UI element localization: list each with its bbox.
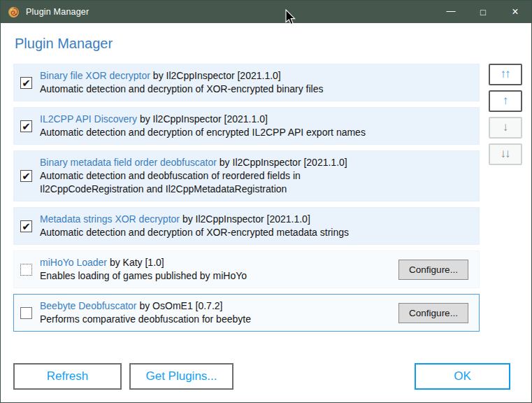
plugin-name: Binary file XOR decryptor bbox=[40, 70, 150, 81]
window-titlebar: Plugin Manager — □ × bbox=[1, 1, 531, 23]
plugin-title-line: Beebyte Deobfuscator by OsOmE1 [0.7.2] bbox=[40, 299, 390, 313]
plugin-description: Performs comparative deobfuscation for b… bbox=[40, 313, 390, 326]
move-down-button: ↓ bbox=[489, 117, 522, 139]
configure-button[interactable]: Configure... bbox=[398, 260, 468, 280]
plugin-byline: by OsOmE1 [0.7.2] bbox=[139, 300, 222, 311]
plugin-row-binary-file-xor-decryptor[interactable]: ✔ Binary file XOR decryptor by Il2CppIns… bbox=[13, 64, 480, 101]
check-icon: ✔ bbox=[22, 171, 31, 181]
plugin-description: Automatic detection and decryption of XO… bbox=[40, 226, 472, 239]
plugin-title-line: miHoYo Loader by Katy [1.0] bbox=[40, 256, 390, 269]
plugin-name: miHoYo Loader bbox=[40, 257, 107, 268]
check-icon: ✔ bbox=[22, 221, 31, 232]
plugin-byline: by Il2CppInspector [2021.1.0] bbox=[182, 213, 310, 225]
double-down-arrow-icon: ↓↓ bbox=[501, 148, 510, 160]
close-icon: × bbox=[512, 6, 518, 18]
down-arrow-icon: ↓ bbox=[503, 121, 509, 133]
plugin-manager-window: Plugin Manager — □ × Plugin Manager ✔ Bi… bbox=[0, 0, 532, 403]
get-plugins-button[interactable]: Get Plugins... bbox=[129, 363, 233, 390]
plugin-description: Automatic detection and decryption of XO… bbox=[40, 83, 472, 96]
plugin-checkbox[interactable] bbox=[20, 264, 32, 276]
plugin-name: Beebyte Deobfuscator bbox=[40, 300, 137, 311]
plugin-row-il2cpp-api-discovery[interactable]: ✔ IL2CPP API Discovery by Il2CppInspecto… bbox=[13, 107, 480, 145]
move-to-bottom-button: ↓↓ bbox=[489, 143, 522, 165]
page-title: Plugin Manager bbox=[15, 36, 522, 52]
reorder-controls: ↑↑ ↑ ↓ ↓↓ bbox=[489, 64, 522, 165]
plugin-row-binary-metadata-field-order-deobfuscator[interactable]: ✔ Binary metadata field order deobfuscat… bbox=[13, 150, 480, 202]
plugin-name: Binary metadata field order deobfuscator bbox=[40, 157, 217, 168]
app-icon bbox=[8, 6, 20, 18]
up-arrow-icon: ↑ bbox=[503, 94, 509, 106]
plugin-byline: by Katy [1.0] bbox=[110, 257, 164, 268]
plugin-title-line: Binary metadata field order deobfuscator… bbox=[40, 156, 472, 169]
plugin-byline: by Il2CppInspector [2021.1.0] bbox=[153, 70, 281, 81]
plugin-name: Metadata strings XOR decryptor bbox=[40, 213, 180, 225]
footer-bar: Refresh Get Plugins... OK bbox=[13, 363, 522, 390]
ok-button[interactable]: OK bbox=[415, 363, 510, 390]
window-content: Plugin Manager ✔ Binary file XOR decrypt… bbox=[1, 23, 531, 402]
plugin-checkbox[interactable]: ✔ bbox=[20, 77, 32, 89]
check-icon: ✔ bbox=[22, 121, 31, 132]
plugin-description: Automatic detection and decryption of en… bbox=[40, 126, 472, 139]
plugin-byline: by Il2CppInspector [2021.1.0] bbox=[220, 157, 347, 168]
plugin-description: Automatic detection and deobfuscation of… bbox=[40, 169, 472, 196]
close-button[interactable]: × bbox=[499, 1, 531, 23]
minimize-button[interactable]: — bbox=[435, 1, 467, 23]
check-icon: ✔ bbox=[22, 78, 31, 88]
move-to-top-button[interactable]: ↑↑ bbox=[489, 64, 522, 85]
plugin-row-beebyte-deobfuscator[interactable]: Beebyte Deobfuscator by OsOmE1 [0.7.2] P… bbox=[13, 294, 480, 332]
plugin-list: ✔ Binary file XOR decryptor by Il2CppIns… bbox=[13, 64, 480, 332]
plugin-checkbox[interactable]: ✔ bbox=[20, 120, 32, 132]
plugin-title-line: Binary file XOR decryptor by Il2CppInspe… bbox=[40, 69, 472, 83]
plugin-checkbox[interactable] bbox=[20, 307, 32, 319]
minimize-icon: — bbox=[447, 6, 456, 16]
plugin-title-line: IL2CPP API Discovery by Il2CppInspector … bbox=[40, 113, 472, 126]
plugin-row-mihoyo-loader[interactable]: miHoYo Loader by Katy [1.0] Enables load… bbox=[13, 250, 480, 288]
plugin-title-line: Metadata strings XOR decryptor by Il2Cpp… bbox=[40, 213, 472, 226]
configure-button[interactable]: Configure... bbox=[398, 303, 468, 323]
window-controls: — □ × bbox=[435, 1, 531, 23]
plugin-description: Enables loading of games published by mi… bbox=[40, 269, 390, 283]
window-title: Plugin Manager bbox=[26, 7, 89, 17]
plugin-name: IL2CPP API Discovery bbox=[40, 113, 137, 125]
plugin-byline: by Il2CppInspector [2021.1.0] bbox=[140, 113, 268, 125]
maximize-icon: □ bbox=[480, 7, 486, 17]
move-up-button[interactable]: ↑ bbox=[489, 90, 522, 112]
maximize-button[interactable]: □ bbox=[467, 1, 499, 23]
double-up-arrow-icon: ↑↑ bbox=[501, 68, 510, 80]
refresh-button[interactable]: Refresh bbox=[13, 363, 122, 390]
plugin-checkbox[interactable]: ✔ bbox=[20, 220, 32, 232]
plugin-row-metadata-strings-xor-decryptor[interactable]: ✔ Metadata strings XOR decryptor by Il2C… bbox=[13, 207, 480, 245]
plugin-checkbox[interactable]: ✔ bbox=[20, 170, 32, 182]
